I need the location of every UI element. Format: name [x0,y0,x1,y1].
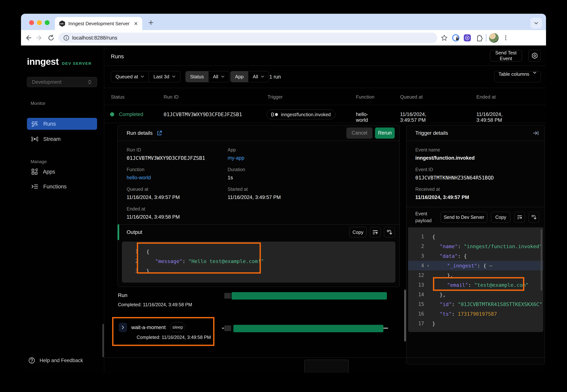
table-columns-dropdown[interactable]: Table columns [495,71,541,82]
field-run-id: Run ID 01JCVBTMV3WXY9D3CFDEJFZSB1 [127,147,205,161]
reload-button[interactable] [47,33,56,42]
functions-icon [31,184,38,189]
time-field-dropdown[interactable]: Queued at [111,71,149,82]
close-window-button[interactable] [29,20,34,25]
forward-button[interactable] [35,33,44,42]
sidebar-scrollbar[interactable] [102,324,104,357]
url-text: localhost:8288/runs [72,35,117,41]
code-line-4: 4›"_inngest": { ⋯ [408,261,543,270]
step-bar-queue-segment [224,325,231,331]
environment-selector[interactable]: Development [27,77,97,87]
time-filter-group: Queued at Last 3d [111,71,180,82]
sidebar-item-label: Apps [43,169,55,175]
help-and-feedback[interactable]: Help and Feedback [28,357,83,364]
run-details-header: Run details Cancel Rerun [118,125,399,141]
password-manager-extension-icon[interactable] [451,33,460,42]
code-line-1: 1{ [408,232,543,241]
status-filter-value: All [213,74,218,80]
send-to-dev-server-button[interactable]: Send to Dev Server [440,212,487,223]
settings-gear-button[interactable] [529,50,541,61]
field-app: App my-app [228,147,244,161]
payload-scroll-to-bottom-icon[interactable] [529,212,539,223]
event-payload-header: Event payload Send to Dev Server Copy [406,207,545,227]
site-info-icon[interactable] [63,35,70,41]
help-question-icon [28,357,35,364]
back-button[interactable] [24,33,32,42]
step-progress-bar[interactable] [233,325,383,332]
field-event-id: Event ID 01JCVBTMTKNHNHZ3SN64R51BQD [415,167,494,181]
sidebar-section-monitor: Monitor [31,101,45,106]
timeline-run-completed: Completed: 11/16/2024, 3:49:58 PM [118,302,192,307]
column-trigger: Trigger [268,94,283,100]
row-status: Completed [119,112,143,117]
table-columns-label: Table columns [498,71,529,82]
send-test-event-button[interactable]: Send Test Event [490,50,522,61]
browser-tab[interactable]: Inngest Development Server [55,17,142,30]
minimize-window-button[interactable] [37,20,42,25]
status-filter-dropdown[interactable]: All [208,71,229,82]
app-filter-value: All [253,74,258,80]
bottom-bar-partial-button[interactable] [304,360,349,373]
run-progress-bar[interactable] [231,292,387,300]
output-header: Output Copy [118,224,399,240]
timeline-run-label: Run [118,292,127,298]
extensions-puzzle-icon[interactable] [474,33,483,42]
tab-search-button[interactable] [530,18,542,28]
app-filter-label: App [231,71,248,82]
fold-chevron-icon[interactable]: › [424,263,432,268]
sidebar-item-functions[interactable]: Functions [27,181,97,193]
app-filter-dropdown[interactable]: All [248,71,269,82]
help-label: Help and Feedback [40,358,83,364]
run-details-card: Run details Cancel Rerun Run ID 01JCVBTM… [117,125,400,287]
external-link-icon[interactable] [157,130,162,136]
output-copy-button[interactable]: Copy [349,227,367,238]
cancel-button[interactable]: Cancel [346,127,372,139]
code-line-14: 14}, [408,290,543,299]
tab-title: Inngest Development Server [68,21,131,27]
function-link[interactable]: hello-world [127,175,151,181]
status-dot-icon [110,112,114,116]
word-wrap-icon[interactable] [370,227,381,238]
address-bar[interactable]: localhost:8288/runs [58,33,437,43]
scroll-to-bottom-icon[interactable] [384,227,395,238]
tab-strip: Inngest Development Server [21,14,546,30]
run-details-title: Run details [127,130,153,136]
stream-icon [31,136,38,142]
trigger-details-card: Trigger details Event name inngest/funct… [406,125,545,364]
code-line-15: 15"id": "01JCVBTMTKR41S8STTKEXSKX6C", [408,299,543,309]
time-field-label: Queued at [115,74,138,80]
sidebar-item-apps[interactable]: Apps [27,166,97,178]
run-count: 1 run [269,74,281,80]
sidebar-item-label: Runs [43,121,56,127]
zoom-window-button[interactable] [45,20,50,25]
tab-close-icon[interactable] [134,21,138,26]
sidebar-item-stream[interactable]: Stream [27,133,97,145]
payload-copy-button[interactable]: Copy [491,212,510,223]
row-function: hello-world [356,112,368,123]
field-queued-at: Queued at 11/16/2024, 3:49:57 PM [127,186,180,200]
browser-extension-icon[interactable] [463,33,472,42]
browser-menu-kebab-icon[interactable] [501,33,510,42]
time-range-dropdown[interactable]: Last 3d [149,71,180,82]
profile-avatar[interactable] [489,33,499,43]
field-started-at: Started at 11/16/2024, 3:49:57 PM [228,186,281,200]
browser-toolbar: localhost:8288/runs [21,30,546,45]
main-content: Runs Send Test Event Queued at Last 3d [104,45,546,373]
field-function: Function hello-world [127,167,151,181]
payload-word-wrap-icon[interactable] [514,212,525,223]
code-line-16: 16"ts": 1731790197587 [408,309,543,319]
app-link[interactable]: my-app [228,155,244,161]
runs-list-icon [31,121,38,127]
trigger-event-pill[interactable]: inngest/function.invoked [267,110,335,119]
payload-scrollbar[interactable] [541,229,542,291]
collapse-panel-icon[interactable] [533,130,539,136]
time-range-label: Last 3d [153,74,169,80]
sidebar: inngest DEV SERVER Development Monitor R… [21,45,104,373]
new-tab-button[interactable] [147,19,155,26]
rerun-button[interactable]: Rerun [375,127,395,139]
column-ended-at: Ended at [476,94,496,100]
bookmark-star-icon[interactable] [440,33,449,42]
sidebar-item-runs[interactable]: Runs [27,118,97,130]
field-ended-at: Ended at 11/16/2024, 3:49:58 PM [127,206,180,220]
details-scrollbar[interactable] [404,290,406,341]
